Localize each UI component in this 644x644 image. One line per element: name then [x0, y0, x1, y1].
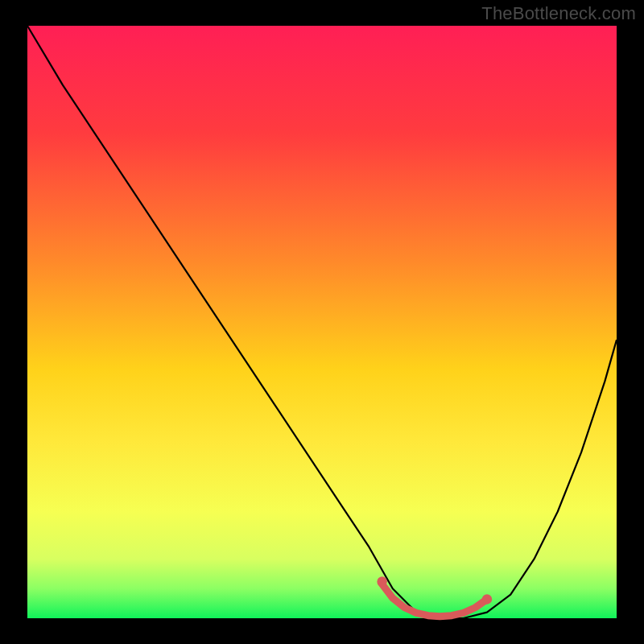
watermark-text: TheBottleneck.com: [481, 3, 636, 24]
highlight-start-dot: [377, 576, 386, 586]
highlight-end-dot: [482, 594, 492, 604]
chart-svg: [0, 0, 644, 644]
chart-frame: TheBottleneck.com: [0, 0, 644, 644]
gradient-background: [27, 26, 617, 618]
